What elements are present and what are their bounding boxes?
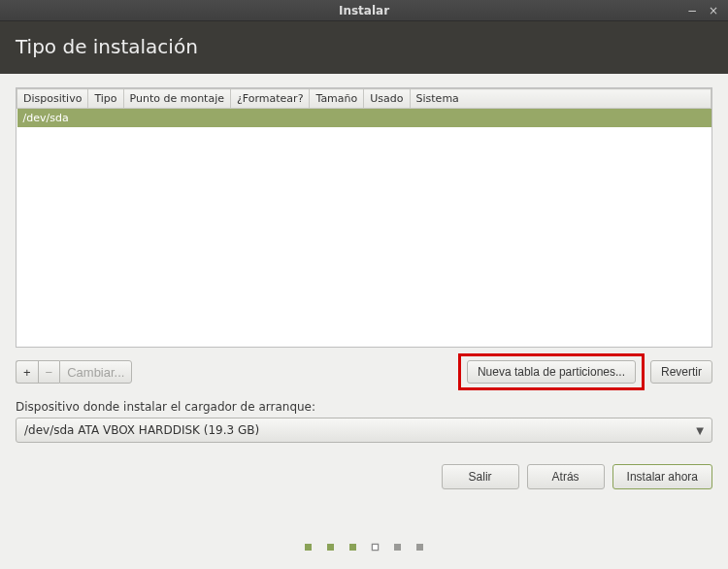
- quit-button[interactable]: Salir: [442, 464, 519, 489]
- partition-toolbar: + − Cambiar... Nueva tabla de particione…: [16, 353, 712, 390]
- col-system[interactable]: Sistema: [410, 89, 711, 109]
- install-now-button[interactable]: Instalar ahora: [612, 464, 712, 489]
- col-mount[interactable]: Punto de montaje: [123, 89, 230, 109]
- step-dot-2: [327, 544, 334, 551]
- row-device: /dev/sda: [17, 109, 711, 128]
- revert-button[interactable]: Revertir: [650, 360, 712, 384]
- step-dot-5: [394, 544, 401, 551]
- window-title: Instalar: [0, 4, 728, 17]
- content: Dispositivo Tipo Punto de montaje ¿Forma…: [0, 74, 728, 499]
- highlight-new-table: Nueva tabla de particiones...: [458, 353, 645, 390]
- col-used[interactable]: Usado: [364, 89, 410, 109]
- minimize-button[interactable]: −: [685, 4, 699, 17]
- col-type[interactable]: Tipo: [88, 89, 123, 109]
- partition-empty-area[interactable]: [23, 130, 706, 344]
- titlebar: Instalar − ×: [0, 0, 728, 21]
- close-button[interactable]: ×: [707, 4, 720, 17]
- window-buttons: − ×: [685, 4, 720, 17]
- partition-table-wrap: Dispositivo Tipo Punto de montaje ¿Forma…: [16, 87, 712, 348]
- step-dot-6: [416, 544, 423, 551]
- bootloader-selected: /dev/sda ATA VBOX HARDDISK (19.3 GB): [24, 423, 259, 437]
- nav-buttons: Salir Atrás Instalar ahora: [16, 464, 712, 489]
- step-dot-1: [305, 544, 312, 551]
- back-button[interactable]: Atrás: [527, 464, 605, 489]
- partition-table: Dispositivo Tipo Punto de montaje ¿Forma…: [17, 88, 711, 347]
- bootloader-select[interactable]: /dev/sda ATA VBOX HARDDISK (19.3 GB) ▼: [16, 418, 712, 443]
- col-format[interactable]: ¿Formatear?: [231, 89, 310, 109]
- col-size[interactable]: Tamaño: [310, 89, 364, 109]
- chevron-down-icon: ▼: [696, 425, 704, 436]
- page-title: Tipo de instalación: [16, 35, 198, 58]
- change-partition-button[interactable]: Cambiar...: [59, 360, 132, 384]
- table-row[interactable]: /dev/sda: [17, 109, 711, 128]
- bootloader-label: Dispositivo donde instalar el cargador d…: [16, 400, 712, 414]
- add-partition-button[interactable]: +: [16, 360, 38, 384]
- step-dot-3: [349, 544, 356, 551]
- progress-dots: [0, 540, 728, 553]
- col-device[interactable]: Dispositivo: [17, 89, 88, 109]
- remove-partition-button[interactable]: −: [38, 360, 60, 384]
- step-dot-4: [372, 544, 379, 551]
- new-partition-table-button[interactable]: Nueva tabla de particiones...: [467, 360, 636, 384]
- page-header: Tipo de instalación: [0, 21, 728, 74]
